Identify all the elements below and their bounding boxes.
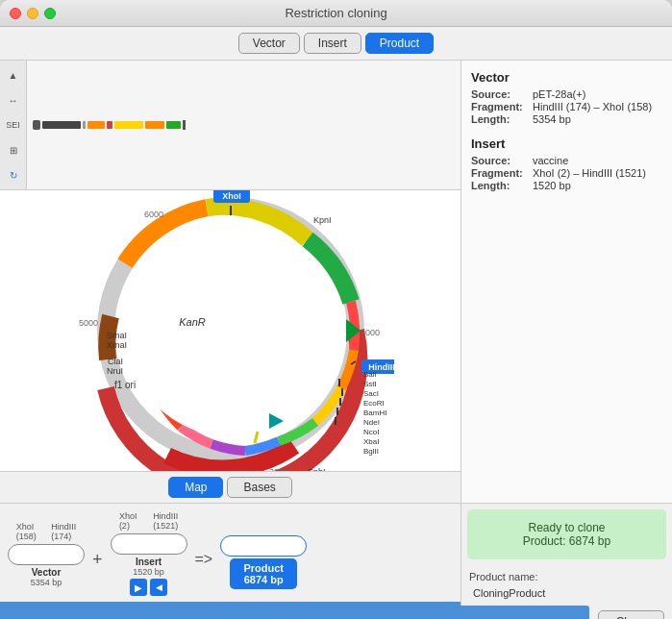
- top-toolbar: Vector Insert Product: [0, 27, 672, 61]
- insert-label: Insert: [136, 557, 162, 567]
- bases-tab-button[interactable]: Bases: [227, 477, 291, 498]
- product-tab[interactable]: Product: [365, 33, 434, 54]
- refresh-tool[interactable]: ↻: [3, 164, 24, 186]
- seq-tool[interactable]: SEI: [3, 114, 24, 136]
- svg-text:SalI: SalI: [363, 370, 377, 379]
- svg-text:KanR: KanR: [179, 316, 206, 328]
- product-item: Product 6874 bp: [220, 521, 307, 589]
- strip-marker2: [183, 120, 186, 130]
- window-title: Restriction cloning: [285, 6, 386, 20]
- svg-text:XbaI: XbaI: [363, 437, 379, 446]
- svg-text:f1 ori: f1 ori: [113, 380, 135, 390]
- plasmid-map-area: KanR lacI f1 ori 1000 2000 3000 4000 500…: [0, 190, 460, 471]
- svg-text:SacI: SacI: [363, 389, 379, 398]
- maximize-button[interactable]: [44, 8, 56, 19]
- insert-source-label: Source:: [471, 155, 529, 166]
- svg-rect-43: [335, 417, 336, 425]
- vector-label: Vector: [32, 567, 62, 578]
- ready-line2: Product: 6874 bp: [479, 534, 655, 548]
- minimize-button[interactable]: [27, 8, 38, 19]
- insert-fragment-item: XhoI (2) HindIII (1521) Insert 1520 bp ▶…: [111, 511, 187, 598]
- vector-length-value: 5354 bp: [533, 113, 571, 125]
- svg-rect-40: [341, 388, 343, 396]
- close-button[interactable]: [10, 8, 21, 19]
- vector-tab[interactable]: Vector: [238, 33, 300, 54]
- insert-length-label: Length:: [471, 180, 529, 191]
- seq-box-3: TCGAggg...gta ccc...catTCGA: [243, 606, 373, 619]
- vector-fragment-value: HindIII (174) – XhoI (158): [533, 101, 652, 112]
- vector-fragment-shape: [8, 544, 85, 565]
- svg-text:XmaI: XmaI: [106, 340, 126, 350]
- clone-button[interactable]: Clone: [598, 610, 664, 619]
- svg-text:2000: 2000: [361, 328, 380, 337]
- vector-info-section: Vector Source: pET-28a(+) Fragment: Hind…: [471, 70, 662, 125]
- seq-box-2: AGCTtgt... aca...: [125, 606, 238, 619]
- main-content: ▲ ↔ SEI ⊞ ↻: [0, 61, 672, 503]
- map-tabs: Map Bases: [0, 471, 460, 503]
- vector-length-label: Length:: [471, 113, 529, 125]
- vector-section-title: Vector: [471, 70, 662, 85]
- insert-fragment-label: Fragment:: [471, 167, 529, 179]
- insert-forward-btn[interactable]: ▶: [130, 579, 147, 596]
- map-tab-button[interactable]: Map: [168, 477, 223, 498]
- svg-text:KpnI: KpnI: [313, 215, 332, 225]
- seq-box-1: ...tgc ...acgAGCT: [8, 606, 121, 619]
- strip-marker: [33, 120, 40, 130]
- insert-cut1-label: XhoI (2): [119, 511, 137, 531]
- svg-point-2: [125, 225, 336, 436]
- vector-source-label: Source:: [471, 88, 529, 100]
- insert-length-value: 1520 bp: [533, 180, 571, 191]
- product-button[interactable]: Product 6874 bp: [230, 558, 297, 589]
- ready-line1: Ready to clone: [479, 521, 655, 534]
- svg-text:3000: 3000: [268, 467, 287, 471]
- insert-section-title: Insert: [471, 136, 662, 151]
- svg-text:BglII: BglII: [363, 447, 379, 456]
- bottom-left: XhoI (158) HindIII (174) Vector 5354 bp …: [0, 504, 461, 619]
- plus-sign: +: [92, 550, 103, 570]
- strip-seg1: [42, 121, 81, 129]
- insert-size: 1520 bp: [133, 567, 164, 577]
- main-window: Restriction cloning Vector Insert Produc…: [0, 0, 672, 619]
- product-shape: [220, 535, 307, 557]
- pan-tool[interactable]: ↔: [3, 89, 24, 111]
- insert-info-section: Insert Source: vaccine Fragment: XhoI (2…: [471, 136, 662, 191]
- svg-rect-39: [338, 379, 340, 386]
- grid-tool[interactable]: ⊞: [3, 139, 24, 161]
- vector-fragment-item: XhoI (158) HindIII (174) Vector 5354 bp: [8, 522, 85, 587]
- vector-cut2-label: HindIII (174): [51, 522, 76, 541]
- clone-btn-row: Clone: [461, 607, 672, 619]
- svg-text:SstI: SstI: [363, 380, 377, 388]
- product-name-label: Product name:: [469, 571, 664, 582]
- insert-source-value: vaccine: [533, 155, 568, 166]
- arrow-sign: =>: [195, 551, 213, 568]
- insert-fragment-value: XhoI (2) – HindIII (1521): [533, 167, 646, 179]
- product-name-section: Product name: CloningProduct: [461, 565, 672, 607]
- right-panel: Vector Source: pET-28a(+) Fragment: Hind…: [461, 61, 672, 503]
- svg-text:5000: 5000: [78, 318, 97, 328]
- insert-cut2-label: HindIII (1521): [153, 511, 178, 531]
- arrow-tool[interactable]: ▲: [3, 64, 24, 86]
- strip-seg2: [83, 121, 86, 129]
- strip-seg5: [114, 121, 143, 129]
- svg-text:6000: 6000: [143, 210, 162, 219]
- insert-controls: ▶ ◀: [130, 579, 167, 596]
- svg-text:BamHI: BamHI: [363, 409, 386, 417]
- insert-tab[interactable]: Insert: [304, 33, 361, 54]
- ready-box: Ready to clone Product: 6874 bp: [467, 509, 666, 559]
- sequences-row: ...tgc ...acgAGCT AGCTtgt... aca... TCGA…: [0, 602, 460, 619]
- plasmid-svg: KanR lacI f1 ori 1000 2000 3000 4000 500…: [67, 190, 394, 471]
- left-panel: ▲ ↔ SEI ⊞ ↻: [0, 61, 461, 503]
- bottom-wrapper: XhoI (158) HindIII (174) Vector 5354 bp …: [0, 503, 672, 619]
- svg-rect-42: [336, 408, 338, 415]
- vector-fragment-label: Fragment:: [471, 101, 529, 112]
- insert-reverse-btn[interactable]: ◀: [150, 579, 167, 596]
- title-bar: Restriction cloning: [0, 0, 672, 27]
- vector-source-value: pET-28a(+): [533, 88, 585, 100]
- traffic-lights: [10, 8, 56, 19]
- insert-fragment-shape: [111, 533, 187, 555]
- svg-text:NcoI: NcoI: [363, 428, 379, 436]
- svg-text:ClaI: ClaI: [107, 357, 122, 366]
- svg-rect-41: [339, 398, 341, 406]
- bottom-right: Ready to clone Product: 6874 bp Product …: [461, 504, 672, 619]
- svg-text:NdeI: NdeI: [363, 418, 380, 427]
